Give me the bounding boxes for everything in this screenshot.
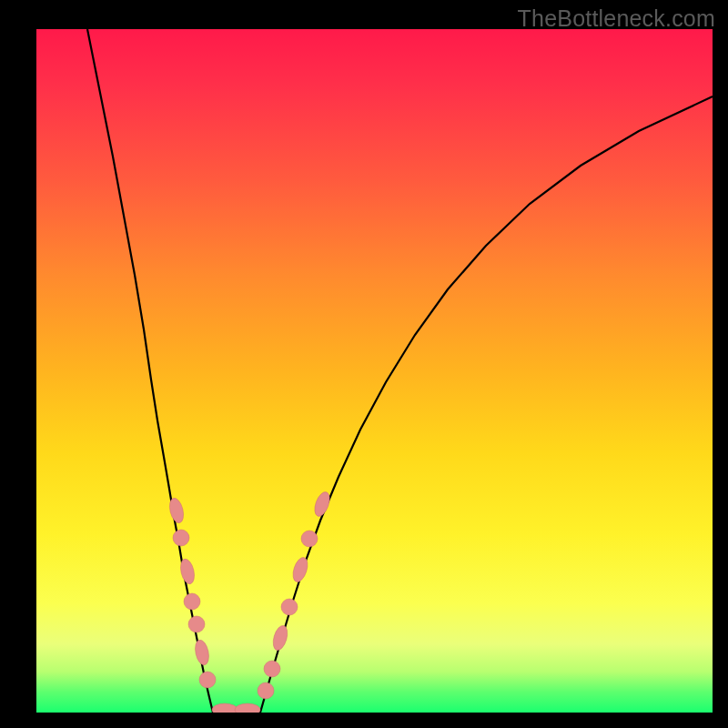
data-point-lozenge bbox=[270, 624, 289, 652]
data-point-dot bbox=[188, 616, 205, 632]
data-point-dot bbox=[301, 531, 318, 547]
data-point-lozenge bbox=[312, 490, 333, 518]
data-point-dot bbox=[173, 530, 189, 546]
data-point-dot bbox=[184, 593, 200, 610]
data-point-dot bbox=[281, 599, 298, 615]
curve-right-branch bbox=[260, 96, 713, 713]
data-point-lozenge bbox=[212, 703, 238, 713]
data-point-dot bbox=[258, 682, 274, 699]
curve-left-branch bbox=[87, 29, 213, 713]
data-point-lozenge bbox=[290, 556, 310, 584]
data-point-lozenge bbox=[193, 639, 211, 666]
data-point-lozenge bbox=[235, 703, 260, 713]
data-point-dot bbox=[264, 661, 280, 677]
chart-svg bbox=[36, 29, 713, 713]
data-point-lozenge bbox=[167, 497, 186, 525]
watermark-text: TheBottleneck.com bbox=[518, 5, 715, 32]
chart-markers bbox=[167, 490, 333, 713]
data-point-dot bbox=[199, 672, 216, 688]
chart-frame bbox=[36, 29, 713, 713]
